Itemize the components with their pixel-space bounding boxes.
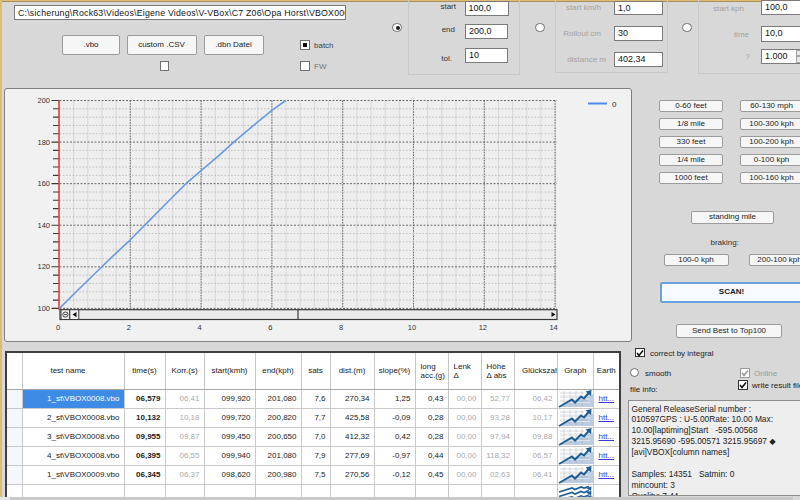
svg-text:120: 120 <box>37 262 50 271</box>
svg-text:12: 12 <box>479 323 487 332</box>
svg-text:160: 160 <box>37 179 50 188</box>
svg-text:2: 2 <box>127 323 131 332</box>
svg-text:6: 6 <box>268 323 272 332</box>
svg-text:14: 14 <box>549 323 557 332</box>
svg-text:10: 10 <box>408 323 416 332</box>
svg-text:180: 180 <box>37 138 50 147</box>
svg-text:4: 4 <box>198 323 202 332</box>
svg-text:0: 0 <box>56 323 60 332</box>
svg-text:0: 0 <box>612 100 617 109</box>
svg-text:100: 100 <box>37 304 50 313</box>
svg-text:200: 200 <box>37 96 50 105</box>
svg-text:8: 8 <box>339 323 343 332</box>
svg-text:140: 140 <box>37 221 50 230</box>
